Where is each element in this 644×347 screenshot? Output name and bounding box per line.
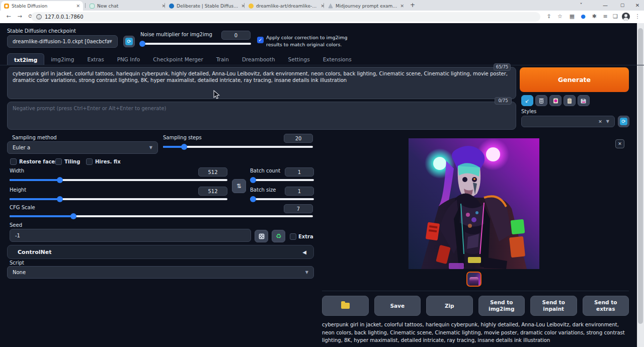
seed-input[interactable]: -1	[10, 229, 251, 242]
checkpoint-value: dreamlike-diffusion-1.0.ckpt [0aecbcfa2c…	[13, 39, 109, 44]
clipboard-icon	[567, 98, 573, 104]
side-panel-icon[interactable]: ❏	[611, 12, 620, 21]
menu-dots-icon[interactable]: ⋮	[633, 12, 642, 21]
width-slider[interactable]	[10, 177, 227, 183]
refresh-styles-button[interactable]: ⟳	[618, 116, 629, 127]
height-value[interactable]	[198, 187, 227, 196]
styles-dropdown[interactable]: ✕ ▼	[521, 116, 615, 127]
tab-txt2img[interactable]: txt2img	[7, 53, 44, 65]
window-close-button[interactable]: ✕	[630, 0, 644, 11]
reuse-seed-button[interactable]: ♻	[272, 230, 285, 242]
cfg-scale-slider[interactable]	[10, 213, 313, 219]
close-gallery-icon[interactable]: ✕	[615, 139, 624, 148]
window-minimize-button[interactable]: —	[598, 0, 613, 11]
apply-style-button[interactable]	[564, 95, 576, 106]
restore-faces-checkbox[interactable]	[10, 158, 17, 165]
paste-params-button[interactable]: ↙	[521, 95, 533, 106]
swap-dimensions-button[interactable]: ⇅	[232, 179, 246, 193]
height-slider[interactable]	[10, 196, 227, 202]
window-restore-button[interactable]: ▢	[615, 0, 630, 11]
share-icon[interactable]: ⇪	[544, 12, 553, 21]
clear-styles-icon[interactable]: ✕	[598, 119, 602, 124]
negative-prompt-textarea[interactable]	[7, 102, 516, 130]
browser-tab-new-chat[interactable]: New chat ✕	[87, 1, 169, 11]
tab-title: Midjourney prompt examples : L	[336, 4, 397, 9]
tiling-checkbox[interactable]	[55, 158, 62, 165]
send-to-inpaint-button[interactable]: Send to inpaint	[530, 296, 577, 316]
noise-multiplier-value[interactable]	[221, 31, 251, 40]
gallery-thumbnail-selected[interactable]	[466, 272, 481, 287]
tab-close-icon[interactable]: ✕	[241, 4, 245, 9]
sampling-steps-value[interactable]	[284, 134, 313, 143]
zip-button[interactable]: Zip	[426, 296, 473, 316]
blue-dot-extension-icon[interactable]: ●	[579, 12, 588, 21]
tab-close-icon[interactable]: ✕	[320, 4, 325, 9]
tab-img2img[interactable]: img2img	[44, 53, 80, 65]
media-extension-icon[interactable]: ▦	[568, 12, 577, 21]
color-correction-label: Apply color correction to img2img result…	[266, 34, 359, 48]
controlnet-accordion[interactable]: ControlNet ◀	[7, 245, 314, 259]
batch-size-slider[interactable]	[250, 196, 314, 202]
tab-train[interactable]: Train	[210, 53, 235, 65]
generated-image[interactable]	[409, 138, 539, 269]
browser-tab-dreamlike[interactable]: dreamlike-art/dreamlike-diffusio ✕	[246, 1, 328, 11]
profile-avatar[interactable]	[622, 13, 630, 21]
width-value[interactable]	[198, 167, 227, 177]
noise-multiplier-slider[interactable]	[140, 41, 251, 47]
tab-close-icon[interactable]: ✕	[76, 4, 80, 9]
tab-extensions[interactable]: Extensions	[316, 53, 358, 65]
sampling-method-dropdown[interactable]: Euler a ▼	[7, 141, 158, 154]
hires-fix-checkbox[interactable]	[86, 158, 93, 165]
generate-button[interactable]: Generate	[520, 67, 629, 92]
clear-prompt-button[interactable]	[535, 95, 547, 106]
page-scrollbar[interactable]	[637, 23, 644, 347]
batch-count-slider[interactable]	[250, 177, 314, 183]
tab-divider	[0, 65, 644, 65]
bookmark-star-icon[interactable]: ☆	[555, 12, 565, 21]
tab-extras[interactable]: Extras	[81, 53, 111, 65]
random-seed-button[interactable]	[255, 230, 268, 242]
site-info-icon[interactable]: ⓘ	[36, 14, 42, 20]
script-value: None	[13, 270, 26, 275]
send-to-extras-button[interactable]: Send to extras	[583, 296, 629, 316]
tab-close-icon[interactable]: ✕	[162, 4, 166, 9]
script-dropdown[interactable]: None ▼	[7, 266, 314, 279]
tab-close-icon[interactable]: ✕	[400, 4, 404, 9]
prompt-textarea[interactable]: cyberpunk girl in jacket, colorful tatto…	[7, 67, 516, 99]
open-folder-button[interactable]	[322, 296, 369, 316]
sampling-steps-slider[interactable]	[163, 144, 313, 150]
tab-dreambooth[interactable]: Dreambooth	[235, 53, 282, 65]
send-to-img2img-button[interactable]: Send to img2img	[478, 296, 525, 316]
batch-count-value[interactable]	[285, 167, 314, 177]
swap-arrows-icon: ⇅	[236, 183, 242, 190]
tab-search-chevron-icon[interactable]: ˅	[574, 0, 589, 11]
extra-networks-button[interactable]	[549, 95, 561, 106]
styles-label: Styles	[521, 109, 536, 114]
script-label: Script	[10, 260, 24, 266]
tab-settings[interactable]: Settings	[282, 53, 316, 65]
sampling-steps-label: Sampling steps	[163, 135, 202, 140]
chevron-down-icon: ▼	[606, 119, 609, 124]
refresh-checkpoints-button[interactable]: ⟳	[123, 36, 135, 47]
new-tab-button[interactable]: +	[409, 2, 417, 10]
cfg-scale-value[interactable]	[284, 204, 313, 213]
back-icon[interactable]: ←	[4, 12, 13, 21]
extensions-puzzle-icon[interactable]: ✱	[590, 12, 599, 21]
save-style-button[interactable]	[578, 95, 590, 106]
forward-icon[interactable]: →	[15, 12, 24, 21]
dice-icon	[258, 233, 265, 240]
tab-png-info[interactable]: PNG Info	[111, 53, 147, 65]
tab-checkpoint-merger[interactable]: Checkpoint Merger	[146, 53, 210, 65]
prompt-tools-row: ↙	[521, 95, 590, 106]
checkpoint-dropdown[interactable]: dreamlike-diffusion-1.0.ckpt [0aecbcfa2c…	[7, 35, 118, 48]
batch-size-value[interactable]	[285, 187, 314, 196]
browser-tab-midjourney[interactable]: Midjourney prompt examples : L ✕	[325, 1, 407, 11]
reading-list-icon[interactable]: ≡	[601, 12, 610, 21]
color-correction-checkbox[interactable]: ✓	[257, 37, 264, 43]
scrollbar-thumb[interactable]	[638, 28, 643, 324]
extra-seed-checkbox[interactable]	[290, 233, 296, 240]
address-bar[interactable]: ⓘ 127.0.0.1:7860	[31, 12, 540, 22]
browser-tab-deliberate[interactable]: Deliberate | Stable Diffusion Che ✕	[166, 1, 248, 11]
save-button[interactable]: Save	[374, 296, 421, 316]
browser-tab-stable-diffusion[interactable]: Stable Diffusion ✕	[1, 1, 83, 11]
